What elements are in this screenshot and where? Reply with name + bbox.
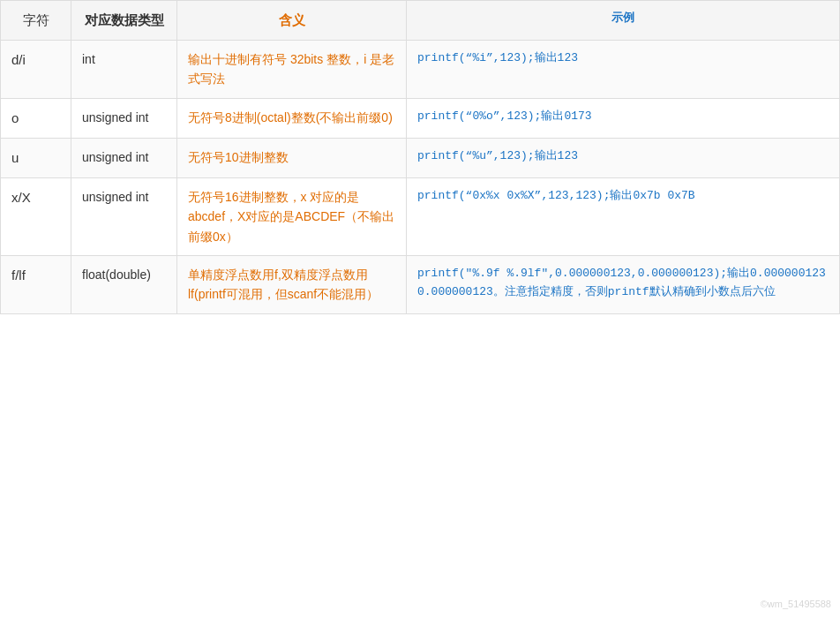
cell-type: unsigned int bbox=[71, 138, 177, 177]
table-row: x/Xunsigned int无符号16进制整数，x 对应的是abcdef，X对… bbox=[1, 177, 840, 255]
cell-example: printf(“%u”,123);输出123 bbox=[407, 138, 840, 177]
cell-meaning: 无符号10进制整数 bbox=[177, 138, 407, 177]
table-row: f/lffloat(double)单精度浮点数用f,双精度浮点数用lf(prin… bbox=[1, 255, 840, 313]
cell-meaning: 无符号8进制(octal)整数(不输出前缀0) bbox=[177, 98, 407, 138]
table-row: d/iint输出十进制有符号 32bits 整数，i 是老式写法printf(“… bbox=[1, 41, 840, 99]
cell-type: int bbox=[71, 41, 177, 99]
cell-example: printf(“%i”,123);输出123 bbox=[407, 41, 840, 99]
cell-example: printf(“0%o”,123);输出0173 bbox=[407, 98, 840, 138]
cell-type: unsigned int bbox=[71, 98, 177, 138]
header-type: 对应数据类型 bbox=[71, 1, 177, 41]
cell-char: f/lf bbox=[1, 255, 71, 313]
table-row: uunsigned int无符号10进制整数printf(“%u”,123);输… bbox=[1, 138, 840, 177]
header-example: 示例 bbox=[407, 1, 840, 41]
cell-char: x/X bbox=[1, 177, 71, 255]
cell-meaning: 输出十进制有符号 32bits 整数，i 是老式写法 bbox=[177, 41, 407, 99]
table-row: ounsigned int无符号8进制(octal)整数(不输出前缀0)prin… bbox=[1, 98, 840, 138]
cell-example: printf(“0x%x 0x%X”,123,123);输出0x7b 0x7B bbox=[407, 177, 840, 255]
header-meaning: 含义 bbox=[177, 1, 407, 41]
cell-char: d/i bbox=[1, 41, 71, 99]
watermark: ©wm_51495588 bbox=[761, 599, 831, 609]
cell-char: u bbox=[1, 138, 71, 177]
header-char: 字符 bbox=[1, 1, 71, 41]
main-table: 字符 对应数据类型 含义 示例 d/iint输出十进制有符号 32bits 整数… bbox=[0, 0, 840, 314]
cell-example: printf("%.9f %.9lf",0.000000123,0.000000… bbox=[407, 255, 840, 313]
cell-meaning: 无符号16进制整数，x 对应的是abcdef，X对应的是ABCDEF（不输出前缀… bbox=[177, 177, 407, 255]
cell-char: o bbox=[1, 98, 71, 138]
cell-type: unsigned int bbox=[71, 177, 177, 255]
cell-meaning: 单精度浮点数用f,双精度浮点数用lf(printf可混用，但scanf不能混用） bbox=[177, 255, 407, 313]
cell-type: float(double) bbox=[71, 255, 177, 313]
